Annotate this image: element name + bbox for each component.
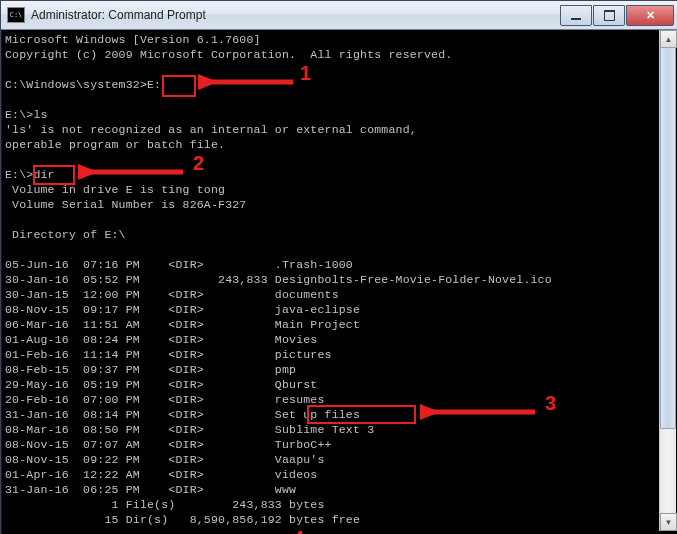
terminal-area[interactable]: Microsoft Windows [Version 6.1.7600] Cop… bbox=[5, 30, 658, 531]
close-button[interactable] bbox=[626, 5, 674, 26]
scroll-thumb[interactable] bbox=[660, 47, 676, 429]
window-buttons bbox=[559, 5, 674, 25]
window-title: Administrator: Command Prompt bbox=[31, 8, 559, 22]
scroll-up-button[interactable]: ▲ bbox=[660, 30, 677, 48]
vertical-scrollbar[interactable]: ▲ ▼ bbox=[659, 30, 676, 531]
scroll-down-button[interactable]: ▼ bbox=[660, 513, 677, 531]
terminal-output: Microsoft Windows [Version 6.1.7600] Cop… bbox=[5, 30, 658, 531]
titlebar[interactable]: C:\ Administrator: Command Prompt bbox=[1, 1, 677, 30]
command-prompt-window: C:\ Administrator: Command Prompt Micros… bbox=[0, 0, 677, 534]
cmd-icon: C:\ bbox=[7, 7, 25, 23]
maximize-button[interactable] bbox=[593, 5, 625, 26]
minimize-button[interactable] bbox=[560, 5, 592, 26]
